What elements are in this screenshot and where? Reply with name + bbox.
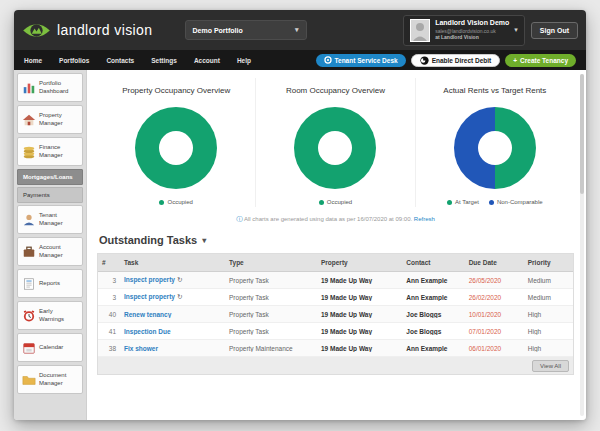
- task-link[interactable]: Renew tenancy: [124, 311, 171, 318]
- task-due-date: 07/01/2020: [465, 328, 524, 335]
- legend-dot: [489, 200, 494, 205]
- sidebar-item-tenant-manager[interactable]: Tenant Manager: [17, 205, 83, 234]
- tasks-table-footer: View All: [98, 357, 573, 374]
- tenant-service-desk-button[interactable]: Tenant Service Desk: [316, 54, 406, 67]
- tasks-title-text: Outstanding Tasks: [99, 234, 197, 246]
- sidebar-item-calendar[interactable]: Calendar: [17, 333, 83, 362]
- nav-item-home[interactable]: Home: [24, 57, 42, 64]
- col-header-num[interactable]: #: [98, 254, 120, 271]
- nav-item-settings[interactable]: Settings: [151, 57, 177, 64]
- table-row: 40 Renew tenancy Property Task 19 Made U…: [98, 306, 573, 323]
- room-occupancy-donut[interactable]: [294, 107, 376, 189]
- table-row: 38 Fix shower Property Maintenance 19 Ma…: [98, 340, 573, 357]
- user-menu[interactable]: Landlord Vision Demo sales@landlordvisio…: [403, 15, 525, 46]
- task-link[interactable]: Inspection Due: [124, 328, 171, 335]
- coins-icon: [21, 144, 36, 159]
- col-header-task[interactable]: Task: [120, 254, 225, 271]
- nav-item-account[interactable]: Account: [194, 57, 220, 64]
- sidebar-item-portfolio-dashboard[interactable]: Portfolio Dashboard: [17, 73, 83, 102]
- task-num: 3: [98, 277, 120, 284]
- sidebar-item-label: Portfolio Dashboard: [39, 80, 79, 94]
- sidebar-item-early-warnings[interactable]: Early Warnings: [17, 301, 83, 330]
- col-header-contact[interactable]: Contact: [402, 254, 464, 271]
- task-priority: Medium: [524, 294, 573, 301]
- nav-buttons: Tenant Service Desk Enable Direct Debit …: [316, 54, 576, 67]
- sidebar-item-finance-manager[interactable]: Finance Manager: [17, 137, 83, 166]
- recurring-icon: ↻: [177, 276, 182, 283]
- property-occupancy-donut[interactable]: [135, 107, 217, 189]
- table-row: 3 Inspect property↻ Property Task 19 Mad…: [98, 272, 573, 289]
- refresh-link[interactable]: Refresh: [414, 216, 435, 222]
- direct-debit-icon: [420, 56, 429, 65]
- legend-label: Occupied: [327, 199, 352, 205]
- logo-text: landlord vision: [57, 22, 153, 38]
- content-scrollbar-thumb[interactable]: [580, 74, 584, 194]
- person-icon: [21, 212, 36, 227]
- sidebar-item-label: Document Manager: [39, 372, 79, 386]
- sidebar-item-payments[interactable]: Payments: [17, 187, 83, 203]
- sidebar-item-label: Property Manager: [39, 112, 79, 126]
- task-num: 3: [98, 294, 120, 301]
- sign-out-button[interactable]: Sign Out: [531, 22, 578, 39]
- col-header-property[interactable]: Property: [317, 254, 402, 271]
- chart-title: Property Occupancy Overview: [122, 86, 230, 95]
- task-num: 38: [98, 345, 120, 352]
- task-property: 19 Made Up Way: [317, 277, 402, 284]
- logo[interactable]: landlord vision: [22, 21, 153, 40]
- sidebar-item-property-manager[interactable]: Property Manager: [17, 105, 83, 134]
- nav-item-portfolios[interactable]: Portfolios: [59, 57, 89, 64]
- app-window: landlord vision Demo Portfolio ▾ Landlor…: [14, 10, 586, 420]
- chart-legend: At Target Non-Comparable: [447, 199, 543, 205]
- task-type: Property Maintenance: [225, 345, 317, 352]
- task-contact: Ann Example: [402, 277, 464, 284]
- nav-item-contacts[interactable]: Contacts: [106, 57, 134, 64]
- sidebar-item-mortgages-loans[interactable]: Mortgages/Loans: [17, 169, 83, 185]
- sidebar-item-reports[interactable]: Reports: [17, 269, 83, 298]
- task-property: 19 Made Up Way: [317, 328, 402, 335]
- col-header-type[interactable]: Type: [225, 254, 317, 271]
- task-contact: Joe Bloggs: [402, 311, 464, 318]
- folder-icon: [21, 372, 36, 387]
- sidebar-item-label: Calendar: [39, 344, 63, 351]
- portfolio-selector[interactable]: Demo Portfolio ▾: [185, 20, 307, 40]
- task-property: 19 Made Up Way: [317, 311, 402, 318]
- alarm-clock-icon: [21, 308, 36, 323]
- create-tenancy-button[interactable]: + Create Tenancy: [505, 54, 576, 67]
- task-link[interactable]: Fix shower: [124, 345, 158, 352]
- legend-item-non-comparable: Non-Comparable: [489, 199, 543, 205]
- col-header-due-date[interactable]: Due Date: [465, 254, 524, 271]
- task-type: Property Task: [225, 277, 317, 284]
- sidebar-item-document-manager[interactable]: Document Manager: [17, 365, 83, 394]
- tenant-service-desk-label: Tenant Service Desk: [335, 57, 398, 64]
- sidebar-item-account-manager[interactable]: Account Manager: [17, 237, 83, 266]
- rents-donut[interactable]: [454, 107, 536, 189]
- task-due-date: 06/01/2020: [465, 345, 524, 352]
- life-ring-icon: [324, 56, 332, 64]
- task-link[interactable]: Inspect property: [124, 276, 175, 283]
- col-header-priority[interactable]: Priority: [524, 254, 573, 271]
- task-due-date: 26/02/2020: [465, 294, 524, 301]
- legend-item-occupied: Occupied: [159, 199, 192, 205]
- sidebar-item-label: Account Manager: [39, 244, 79, 258]
- nav-item-help[interactable]: Help: [237, 57, 251, 64]
- enable-direct-debit-button[interactable]: Enable Direct Debit: [411, 54, 501, 67]
- main-content: Property Occupancy Overview Occupied Roo…: [87, 70, 586, 420]
- view-all-button[interactable]: View All: [532, 360, 569, 372]
- task-link[interactable]: Inspect property: [124, 293, 175, 300]
- calendar-icon: [21, 340, 36, 355]
- user-name: Landlord Vision Demo: [435, 19, 509, 28]
- tasks-table-header: # Task Type Property Contact Due Date Pr…: [98, 254, 573, 272]
- create-tenancy-label: Create Tenancy: [520, 57, 568, 64]
- bar-chart-icon: [21, 80, 36, 95]
- charts-note: ⓘ All charts are generated using data as…: [97, 215, 574, 224]
- app-header: landlord vision Demo Portfolio ▾ Landlor…: [14, 10, 586, 50]
- legend-label: Occupied: [167, 199, 192, 205]
- logo-eye-icon: [22, 21, 51, 40]
- user-org: at Landlord Vision: [435, 34, 509, 40]
- task-property: 19 Made Up Way: [317, 294, 402, 301]
- chevron-down-icon: ▾: [295, 26, 299, 34]
- chevron-down-icon[interactable]: ▾: [202, 236, 206, 245]
- legend-dot: [159, 200, 164, 205]
- house-icon: [21, 112, 36, 127]
- header-right: Landlord Vision Demo sales@landlordvisio…: [403, 15, 578, 46]
